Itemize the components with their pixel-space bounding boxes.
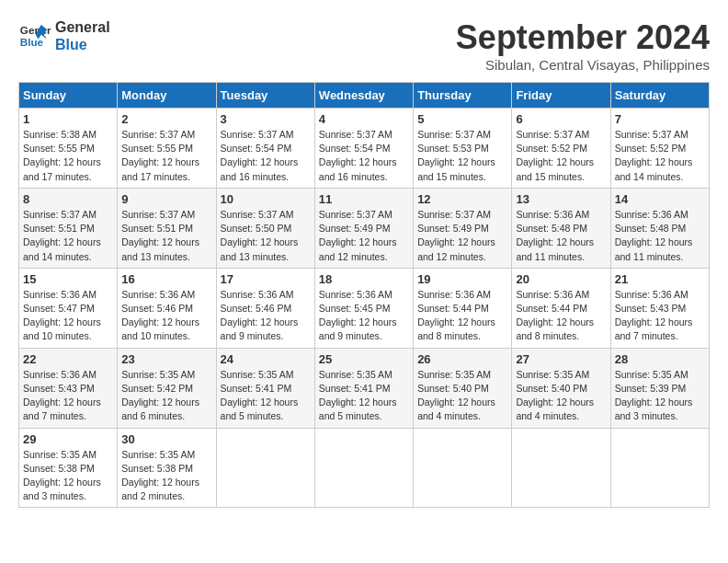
calendar-day-empty [216, 428, 314, 508]
calendar-day-empty [414, 428, 512, 508]
calendar-day-13: 13Sunrise: 5:36 AMSunset: 5:48 PMDayligh… [512, 188, 610, 268]
day-number: 1 [23, 112, 113, 126]
day-number: 19 [417, 272, 507, 286]
day-number: 17 [221, 272, 311, 286]
day-info: Sunrise: 5:36 AMSunset: 5:46 PMDaylight:… [121, 289, 199, 342]
calendar-day-27: 27Sunrise: 5:35 AMSunset: 5:40 PMDayligh… [512, 348, 610, 428]
calendar-day-15: 15Sunrise: 5:36 AMSunset: 5:47 PMDayligh… [19, 268, 118, 348]
day-info: Sunrise: 5:36 AMSunset: 5:48 PMDaylight:… [615, 209, 693, 262]
calendar-day-21: 21Sunrise: 5:36 AMSunset: 5:43 PMDayligh… [610, 268, 709, 348]
day-info: Sunrise: 5:35 AMSunset: 5:38 PMDaylight:… [121, 449, 199, 502]
calendar-header-row: SundayMondayTuesdayWednesdayThursdayFrid… [19, 83, 710, 109]
calendar-day-22: 22Sunrise: 5:36 AMSunset: 5:43 PMDayligh… [19, 348, 118, 428]
calendar-day-11: 11Sunrise: 5:37 AMSunset: 5:49 PMDayligh… [314, 188, 413, 268]
calendar-day-empty [610, 428, 709, 508]
day-info: Sunrise: 5:35 AMSunset: 5:38 PMDaylight:… [23, 449, 101, 502]
calendar-day-4: 4Sunrise: 5:37 AMSunset: 5:54 PMDaylight… [314, 109, 413, 189]
day-info: Sunrise: 5:36 AMSunset: 5:45 PMDaylight:… [319, 289, 397, 342]
calendar-day-25: 25Sunrise: 5:35 AMSunset: 5:41 PMDayligh… [314, 348, 413, 428]
logo-text-blue: Blue [55, 36, 110, 53]
day-info: Sunrise: 5:37 AMSunset: 5:54 PMDaylight:… [319, 129, 397, 182]
day-number: 25 [319, 352, 409, 366]
day-info: Sunrise: 5:37 AMSunset: 5:55 PMDaylight:… [121, 129, 199, 182]
day-info: Sunrise: 5:37 AMSunset: 5:51 PMDaylight:… [23, 209, 101, 262]
day-info: Sunrise: 5:35 AMSunset: 5:41 PMDaylight:… [221, 369, 299, 422]
day-number: 26 [417, 352, 507, 366]
day-info: Sunrise: 5:35 AMSunset: 5:40 PMDaylight:… [516, 369, 594, 422]
day-info: Sunrise: 5:37 AMSunset: 5:52 PMDaylight:… [516, 129, 594, 182]
calendar-day-23: 23Sunrise: 5:35 AMSunset: 5:42 PMDayligh… [118, 348, 216, 428]
month-title: September 2024 [456, 18, 710, 57]
day-info: Sunrise: 5:36 AMSunset: 5:43 PMDaylight:… [23, 369, 101, 422]
day-info: Sunrise: 5:36 AMSunset: 5:43 PMDaylight:… [615, 289, 693, 342]
day-number: 8 [23, 192, 113, 206]
col-header-friday: Friday [512, 83, 610, 109]
calendar-day-9: 9Sunrise: 5:37 AMSunset: 5:51 PMDaylight… [118, 188, 216, 268]
calendar-table: SundayMondayTuesdayWednesdayThursdayFrid… [18, 82, 710, 508]
calendar-week-5: 29Sunrise: 5:35 AMSunset: 5:38 PMDayligh… [19, 428, 710, 508]
logo-text-general: General [55, 18, 110, 36]
day-number: 7 [615, 112, 705, 126]
calendar-day-empty [314, 428, 413, 508]
day-number: 28 [615, 352, 705, 366]
calendar-day-16: 16Sunrise: 5:36 AMSunset: 5:46 PMDayligh… [118, 268, 216, 348]
calendar-day-20: 20Sunrise: 5:36 AMSunset: 5:44 PMDayligh… [512, 268, 610, 348]
calendar-day-29: 29Sunrise: 5:35 AMSunset: 5:38 PMDayligh… [19, 428, 118, 508]
day-number: 22 [23, 352, 113, 366]
calendar-day-3: 3Sunrise: 5:37 AMSunset: 5:54 PMDaylight… [216, 109, 314, 189]
col-header-monday: Monday [118, 83, 216, 109]
day-info: Sunrise: 5:35 AMSunset: 5:42 PMDaylight:… [121, 369, 199, 422]
day-number: 5 [417, 112, 507, 126]
calendar-day-1: 1Sunrise: 5:38 AMSunset: 5:55 PMDaylight… [19, 109, 118, 189]
day-number: 13 [516, 192, 606, 206]
col-header-tuesday: Tuesday [216, 83, 314, 109]
day-number: 10 [221, 192, 311, 206]
day-number: 27 [516, 352, 606, 366]
col-header-thursday: Thursday [414, 83, 512, 109]
calendar-week-1: 1Sunrise: 5:38 AMSunset: 5:55 PMDaylight… [19, 109, 710, 189]
day-info: Sunrise: 5:36 AMSunset: 5:46 PMDaylight:… [221, 289, 299, 342]
day-info: Sunrise: 5:35 AMSunset: 5:41 PMDaylight:… [319, 369, 397, 422]
day-info: Sunrise: 5:35 AMSunset: 5:39 PMDaylight:… [615, 369, 693, 422]
day-number: 9 [121, 192, 211, 206]
col-header-saturday: Saturday [610, 83, 709, 109]
day-number: 15 [23, 272, 113, 286]
calendar-week-4: 22Sunrise: 5:36 AMSunset: 5:43 PMDayligh… [19, 348, 710, 428]
day-number: 12 [417, 192, 507, 206]
day-number: 11 [319, 192, 409, 206]
calendar-day-19: 19Sunrise: 5:36 AMSunset: 5:44 PMDayligh… [414, 268, 512, 348]
calendar-day-26: 26Sunrise: 5:35 AMSunset: 5:40 PMDayligh… [414, 348, 512, 428]
calendar-day-7: 7Sunrise: 5:37 AMSunset: 5:52 PMDaylight… [610, 109, 709, 189]
calendar-day-5: 5Sunrise: 5:37 AMSunset: 5:53 PMDaylight… [414, 109, 512, 189]
col-header-sunday: Sunday [19, 83, 118, 109]
day-number: 3 [221, 112, 311, 126]
calendar-day-30: 30Sunrise: 5:35 AMSunset: 5:38 PMDayligh… [118, 428, 216, 508]
day-info: Sunrise: 5:37 AMSunset: 5:51 PMDaylight:… [121, 209, 199, 262]
col-header-wednesday: Wednesday [314, 83, 413, 109]
day-number: 23 [121, 352, 211, 366]
day-info: Sunrise: 5:37 AMSunset: 5:54 PMDaylight:… [221, 129, 299, 182]
day-number: 16 [121, 272, 211, 286]
day-number: 24 [221, 352, 311, 366]
calendar-day-2: 2Sunrise: 5:37 AMSunset: 5:55 PMDaylight… [118, 109, 216, 189]
calendar-day-empty [512, 428, 610, 508]
calendar-day-24: 24Sunrise: 5:35 AMSunset: 5:41 PMDayligh… [216, 348, 314, 428]
day-number: 20 [516, 272, 606, 286]
day-number: 30 [121, 432, 211, 446]
day-number: 2 [121, 112, 211, 126]
svg-text:General: General [20, 24, 51, 36]
calendar-week-2: 8Sunrise: 5:37 AMSunset: 5:51 PMDaylight… [19, 188, 710, 268]
calendar-day-6: 6Sunrise: 5:37 AMSunset: 5:52 PMDaylight… [512, 109, 610, 189]
day-info: Sunrise: 5:37 AMSunset: 5:49 PMDaylight:… [417, 209, 495, 262]
day-number: 14 [615, 192, 705, 206]
logo-icon: General Blue [18, 19, 51, 52]
day-number: 18 [319, 272, 409, 286]
title-block: September 2024 Sibulan, Central Visayas,… [456, 18, 710, 73]
day-info: Sunrise: 5:36 AMSunset: 5:44 PMDaylight:… [417, 289, 495, 342]
day-info: Sunrise: 5:36 AMSunset: 5:44 PMDaylight:… [516, 289, 594, 342]
day-number: 6 [516, 112, 606, 126]
svg-text:Blue: Blue [20, 36, 44, 48]
day-number: 21 [615, 272, 705, 286]
logo: General Blue General Blue [18, 18, 110, 53]
day-info: Sunrise: 5:37 AMSunset: 5:53 PMDaylight:… [417, 129, 495, 182]
